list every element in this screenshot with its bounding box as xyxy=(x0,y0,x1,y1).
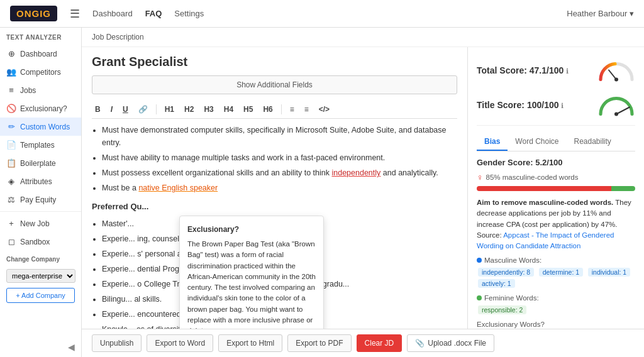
underline-button[interactable]: U xyxy=(119,104,131,115)
h2-button[interactable]: H2 xyxy=(181,104,197,115)
score-panel: Total Score: 47.1/100 ℹ xyxy=(468,47,644,329)
editor-panel: Grant Specialist Show Additional Fields … xyxy=(82,47,468,329)
sidebar-collapse-button[interactable]: ◀ xyxy=(0,337,81,357)
attributes-icon: ◈ xyxy=(6,177,16,186)
job-title[interactable]: Grant Specialist xyxy=(92,55,457,69)
sidebar-item-pay-equity[interactable]: ⚖ Pay Equity xyxy=(0,190,81,209)
custom-words-icon: ✏ xyxy=(6,122,16,131)
ol-button[interactable]: ≡ xyxy=(301,104,312,115)
user-menu[interactable]: Heather Barbour xyxy=(567,9,634,18)
tab-word-choice[interactable]: Word Choice xyxy=(508,133,566,151)
masculine-badge-4[interactable]: actively: 1 xyxy=(478,279,515,288)
svg-point-1 xyxy=(614,78,618,82)
feminine-badge-1[interactable]: responsible: 2 xyxy=(478,305,526,314)
sidebar-item-label: Pay Equity xyxy=(20,195,56,204)
source-link[interactable]: Appcast - The Impact of Gendered Wording… xyxy=(477,231,614,250)
code-button[interactable]: </> xyxy=(316,104,333,115)
logo: ONGIG xyxy=(10,6,57,21)
h5-button[interactable]: H5 xyxy=(240,104,256,115)
exclusionary-words-section: Exclusionary Words? he or she: 1 native … xyxy=(477,321,635,329)
export-word-button[interactable]: Export to Word xyxy=(147,334,213,352)
title-gauge-svg xyxy=(597,91,635,119)
sidebar-item-jobs[interactable]: ≡ Jobs xyxy=(0,81,81,99)
clear-jd-button[interactable]: Clear JD xyxy=(357,334,402,352)
new-job-icon: + xyxy=(6,219,16,228)
aim-text: Aim to remove masculine-coded words. The… xyxy=(477,197,635,251)
bold-button[interactable]: B xyxy=(92,104,104,115)
editor-toolbar: B I U 🔗 H1 H2 H3 H4 H5 H6 ≡ ≡ </> xyxy=(92,101,457,119)
unpublish-button[interactable]: Unpublish xyxy=(92,334,142,352)
masculine-badge-3[interactable]: individual: 1 xyxy=(588,268,630,277)
hamburger-icon[interactable]: ☰ xyxy=(70,7,80,21)
svg-point-3 xyxy=(614,113,618,116)
sidebar-item-label: Competitors xyxy=(20,68,61,77)
masculine-dot xyxy=(477,258,482,263)
upload-icon: 📎 xyxy=(415,339,425,348)
feminine-words-label: Feminine Words: xyxy=(477,294,635,302)
boilerplate-icon: 📋 xyxy=(6,158,16,168)
export-pdf-button[interactable]: Export to PDF xyxy=(287,334,351,352)
feminine-dot xyxy=(477,295,482,300)
show-fields-button[interactable]: Show Additional Fields xyxy=(92,75,457,94)
nav-dashboard[interactable]: Dashboard xyxy=(92,9,133,18)
templates-icon: 📄 xyxy=(6,140,16,150)
link-button[interactable]: 🔗 xyxy=(135,104,151,115)
change-company-label: Change Company xyxy=(0,251,81,268)
bottom-toolbar: Unpublish Export to Word Export to Html … xyxy=(82,329,644,357)
preferred-section-heading: Preferred Qu... xyxy=(92,200,457,214)
sidebar-item-dashboard[interactable]: ⊕ Dashboard xyxy=(0,45,81,63)
upload-docx-button[interactable]: 📎 Upload .docx File xyxy=(407,334,494,352)
add-company-button[interactable]: + Add Company xyxy=(6,288,75,303)
title-score-gauge xyxy=(597,91,635,119)
exclusionary-tooltip: Exclusionary? The Brown Paper Bag Test (… xyxy=(179,216,324,329)
h1-button[interactable]: H1 xyxy=(162,104,177,115)
toolbar-separator xyxy=(156,104,157,114)
h4-button[interactable]: H4 xyxy=(221,104,236,115)
nav-settings[interactable]: Settings xyxy=(174,9,204,18)
bullet-1: Must have demonstrated computer skills, … xyxy=(102,124,457,149)
sidebar-item-sandbox[interactable]: ◻ Sandbox xyxy=(0,233,81,251)
feminine-words-section: Feminine Words: responsible: 2 xyxy=(477,294,635,316)
sidebar-item-attributes[interactable]: ◈ Attributes xyxy=(0,172,81,190)
masculine-badge-1[interactable]: independently: 8 xyxy=(478,268,534,277)
masculine-words-label: Masculine Words: xyxy=(477,256,635,264)
sidebar-item-templates[interactable]: 📄 Templates xyxy=(0,136,81,154)
title-score-label: Title Score: 100/100 xyxy=(477,100,558,110)
sidebar-item-custom-words[interactable]: ✏ Custom Words xyxy=(0,118,81,136)
bullet-3: Must possess excellent organizational sk… xyxy=(102,167,457,179)
sidebar-item-boilerplate[interactable]: 📋 Boilerplate xyxy=(0,154,81,172)
masculine-badge-2[interactable]: determine: 1 xyxy=(539,268,583,277)
gender-icon: ♀ xyxy=(477,172,484,182)
h3-button[interactable]: H3 xyxy=(201,104,216,115)
total-score-row: Total Score: 47.1/100 ℹ xyxy=(477,56,635,84)
title-score-info-icon[interactable]: ℹ xyxy=(561,102,564,109)
tooltip-body: The Brown Paper Bag Test (aka "Brown Bag… xyxy=(187,239,316,329)
company-select[interactable]: mega-enterprises xyxy=(6,269,75,283)
sidebar-item-new-job[interactable]: + New Job xyxy=(0,214,81,233)
masculine-words-section: Masculine Words: independently: 8 determ… xyxy=(477,256,635,289)
h6-button[interactable]: H6 xyxy=(260,104,275,115)
sidebar-item-label: Exclusionary? xyxy=(20,104,67,113)
bullet-2: Must have ability to manage multiple tas… xyxy=(102,151,457,164)
tab-bias[interactable]: Bias xyxy=(477,133,508,151)
sidebar-item-label: Custom Words xyxy=(20,123,70,131)
export-html-button[interactable]: Export to Html xyxy=(218,334,282,352)
exclusionary-icon: 🚫 xyxy=(6,104,16,113)
sidebar-header: TEXT ANALYZER xyxy=(0,28,81,45)
score-tabs: Bias Word Choice Readability xyxy=(477,133,635,151)
nav-faq[interactable]: FAQ xyxy=(145,9,162,18)
sidebar-item-exclusionary[interactable]: 🚫 Exclusionary? xyxy=(0,99,81,118)
pay-equity-icon: ⚖ xyxy=(6,195,16,204)
tab-readability[interactable]: Readability xyxy=(567,133,619,151)
sidebar-item-competitors[interactable]: 👥 Competitors xyxy=(0,63,81,81)
sidebar-item-label: Jobs xyxy=(20,86,36,95)
flagged-phrase-native-english: native English speaker xyxy=(138,184,218,192)
total-score-info-icon[interactable]: ℹ xyxy=(566,67,569,75)
top-navigation: ONGIG ☰ Dashboard FAQ Settings Heather B… xyxy=(0,0,644,28)
competitors-icon: 👥 xyxy=(6,67,16,77)
ul-button[interactable]: ≡ xyxy=(287,104,297,115)
toolbar-separator-2 xyxy=(281,104,282,114)
italic-button[interactable]: I xyxy=(108,104,116,115)
bias-ratio: ♀ 85% masculine-coded words xyxy=(477,172,635,182)
bias-bar xyxy=(477,186,635,191)
